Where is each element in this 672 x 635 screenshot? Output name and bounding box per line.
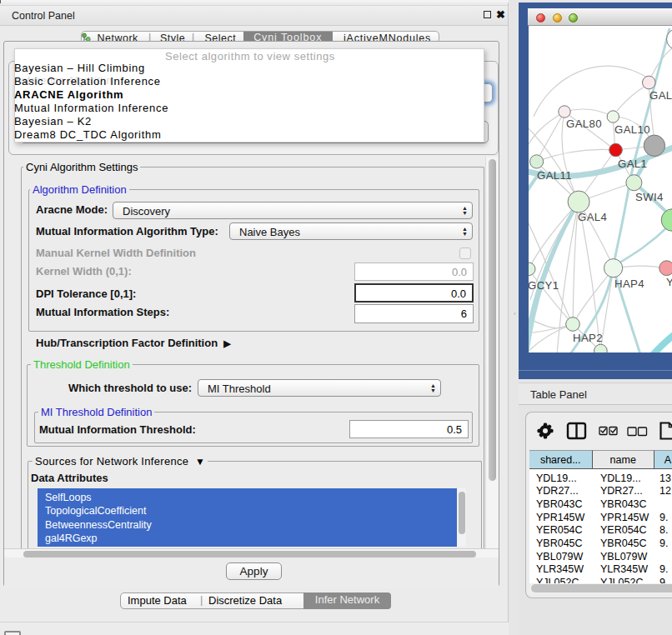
svg-text:HAP2: HAP2 [573, 332, 603, 344]
svg-text:YEL: YEL [666, 276, 672, 288]
svg-text:GAL4: GAL4 [578, 211, 607, 223]
svg-text:GAL1: GAL1 [618, 158, 647, 170]
svg-text:GAL11: GAL11 [537, 169, 572, 182]
svg-text:GAL7: GAL7 [649, 89, 672, 102]
svg-text:HAP4: HAP4 [614, 278, 644, 290]
svg-text:GAL80: GAL80 [566, 118, 602, 130]
svg-text:GAL10: GAL10 [614, 123, 650, 136]
svg-text:GCY1: GCY1 [529, 279, 559, 292]
svg-text:SWI4: SWI4 [635, 191, 664, 203]
